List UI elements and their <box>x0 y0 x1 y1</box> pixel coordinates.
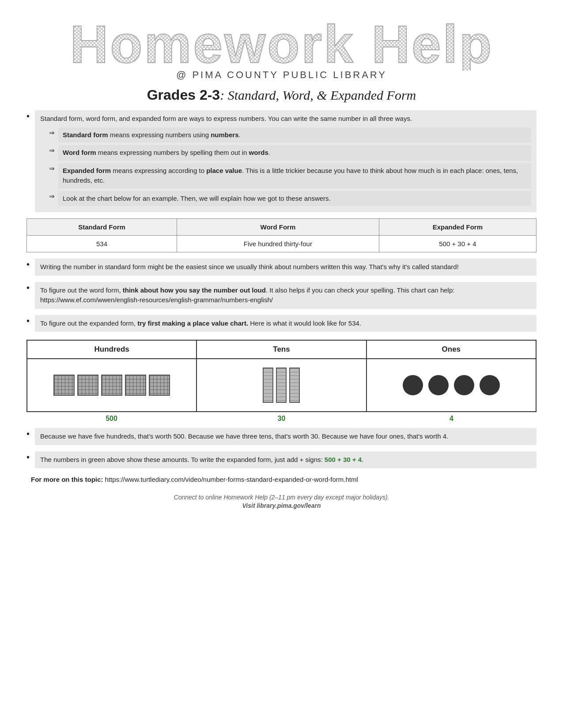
footer-line1: Connect to online Homework Help (2–11 pm… <box>26 494 537 501</box>
sub-bold-1: Standard form <box>63 131 108 139</box>
sub-text-4: Look at the chart below for an example. … <box>58 191 531 206</box>
arrow-3: ⇒ <box>49 164 55 174</box>
bullet-item-5: • Because we have five hundreds, that's … <box>26 428 537 445</box>
pv-cell-ones <box>367 359 536 412</box>
tens-rods <box>201 368 361 403</box>
table-cell-standard: 534 <box>27 236 177 252</box>
bullet-1-text: Standard form, word form, and expanded f… <box>40 114 531 124</box>
pv-header-row: Hundreds Tens Ones <box>27 340 536 359</box>
bullet-4-bold: try first making a place value chart. <box>137 319 248 327</box>
sub-bullet-2: ⇒ Word form means expressing numbers by … <box>49 145 531 161</box>
pv-blocks-row <box>27 359 536 412</box>
bullet-dot-3: • <box>26 283 30 293</box>
main-title: Homework Help <box>70 15 493 71</box>
sub-text-2: Word form means expressing numbers by sp… <box>58 145 531 161</box>
title-art-container: Homework Help Homework Help <box>26 13 537 72</box>
bullet-6-part1: The numbers in green above show these am… <box>40 456 325 463</box>
bullet-5-section: • Because we have five hundreds, that's … <box>26 428 537 445</box>
bullet-2-section: • Writing the number in standard form mi… <box>26 259 537 276</box>
header: Homework Help Homework Help @ PIMA COUNT… <box>26 13 537 103</box>
bullet-text-6: The numbers in green above show these am… <box>35 451 537 469</box>
pv-header-hundreds: Hundreds <box>27 340 196 359</box>
bullet-4-section: • To figure out the expanded form, try f… <box>26 315 537 332</box>
bullet-dot-2: • <box>26 259 30 270</box>
table-header-row: Standard Form Word Form Expanded Form <box>27 219 537 236</box>
bullet-3-part1: To figure out the word form, <box>40 286 123 294</box>
bullet-item-4: • To figure out the expanded form, try f… <box>26 315 537 332</box>
sub-bold-words: words <box>249 149 268 156</box>
table-header-word: Word Form <box>177 219 379 236</box>
bullet-item-6: • The numbers in green above show these … <box>26 451 537 469</box>
grade-title: Grades 2-3: Standard, Word, & Expanded F… <box>26 87 537 103</box>
sub-bullets: ⇒ Standard form means expressing numbers… <box>49 128 531 206</box>
pv-value-ones: 4 <box>367 415 537 423</box>
hundred-block-2 <box>77 375 98 396</box>
bullet-item-2: • Writing the number in standard form mi… <box>26 259 537 276</box>
table-cell-expanded: 500 + 30 + 4 <box>379 236 536 252</box>
arrow-1: ⇒ <box>49 128 55 138</box>
hundred-block-3 <box>101 375 122 396</box>
bullet-text-4: To figure out the expanded form, try fir… <box>35 315 537 332</box>
sub-text-1: Standard form means expressing numbers u… <box>58 128 531 143</box>
sub-bold-2: Word form <box>63 149 96 156</box>
ten-rod-2 <box>276 368 287 403</box>
form-table: Standard Form Word Form Expanded Form 53… <box>26 218 537 252</box>
sub-text-3: Expanded form means expressing according… <box>58 163 531 188</box>
pv-cell-hundreds <box>27 359 196 412</box>
bullet-item-3: • To figure out the word form, think abo… <box>26 282 537 309</box>
place-value-section: Hundreds Tens Ones <box>26 340 537 423</box>
footer: Connect to online Homework Help (2–11 pm… <box>26 494 537 509</box>
grade-subtitle: : Standard, Word, & Expanded Form <box>220 88 416 102</box>
bullet-dot-6: • <box>26 452 30 462</box>
hundred-block-4 <box>125 375 146 396</box>
bullet-4-part2: Here is what it would look like for 534. <box>248 319 361 327</box>
table-row: 534 Five hundred thirty-four 500 + 30 + … <box>27 236 537 252</box>
hundred-block-5 <box>149 375 170 396</box>
bullet-text-5: Because we have five hundreds, that's wo… <box>35 428 537 445</box>
one-dot-2 <box>428 375 449 395</box>
bullet-dot-1: • <box>26 111 30 121</box>
table-header-expanded: Expanded Form <box>379 219 536 236</box>
one-dot-3 <box>454 375 474 395</box>
bullet-6-part2: . <box>362 456 363 463</box>
pv-value-tens: 30 <box>196 415 367 423</box>
one-dot-4 <box>480 375 500 395</box>
sub-bullet-4: ⇒ Look at the chart below for an example… <box>49 191 531 206</box>
one-dot-1 <box>403 375 423 395</box>
ten-rod-1 <box>263 368 273 403</box>
footer-line2: Visit library.pima.gov/learn <box>26 502 537 509</box>
bullet-6-section: • The numbers in green above show these … <box>26 451 537 469</box>
sub-bullet-1: ⇒ Standard form means expressing numbers… <box>49 128 531 143</box>
grade-label: Grades 2-3 <box>147 87 220 103</box>
pv-header-tens: Tens <box>196 340 366 359</box>
ten-rod-3 <box>289 368 300 403</box>
table-header-standard: Standard Form <box>27 219 177 236</box>
bullet-6-green: 500 + 30 + 4 <box>325 456 362 463</box>
pv-value-hundreds: 500 <box>26 415 196 423</box>
hundreds-blocks <box>32 375 192 396</box>
arrow-4: ⇒ <box>49 191 55 202</box>
bullet-text-2: Writing the number in standard form migh… <box>35 259 537 276</box>
pv-values: 500 30 4 <box>26 415 537 423</box>
ones-dots <box>371 375 531 395</box>
bullet-item-1: • Standard form, word form, and expanded… <box>26 110 537 212</box>
bullet-dot-5: • <box>26 429 30 439</box>
sub-bullet-3: ⇒ Expanded form means expressing accordi… <box>49 163 531 188</box>
sub-bold-numbers: numbers <box>211 131 238 139</box>
arrow-2: ⇒ <box>49 146 55 156</box>
bullet-3-bold: think about how you say the number out l… <box>123 286 266 294</box>
bullet-text-1: Standard form, word form, and expanded f… <box>35 110 537 212</box>
more-topic-section: For more on this topic: https://www.turt… <box>26 474 537 485</box>
more-topic-url: https://www.turtlediary.com/video/number… <box>105 476 358 483</box>
bullet-3-section: • To figure out the word form, think abo… <box>26 282 537 309</box>
homework-help-svg: Homework Help Homework Help <box>61 13 503 71</box>
sub-bold-3: Expanded form <box>63 167 111 174</box>
table-cell-word: Five hundred thirty-four <box>177 236 379 252</box>
bullet-4-part1: To figure out the expanded form, <box>40 319 137 327</box>
intro-section: • Standard form, word form, and expanded… <box>26 110 537 252</box>
sub-bold-place-value: place value <box>206 167 242 174</box>
hundred-block-1 <box>53 375 75 396</box>
bullet-dot-4: • <box>26 316 30 326</box>
bullet-text-3: To figure out the word form, think about… <box>35 282 537 309</box>
place-value-table: Hundreds Tens Ones <box>26 340 537 412</box>
